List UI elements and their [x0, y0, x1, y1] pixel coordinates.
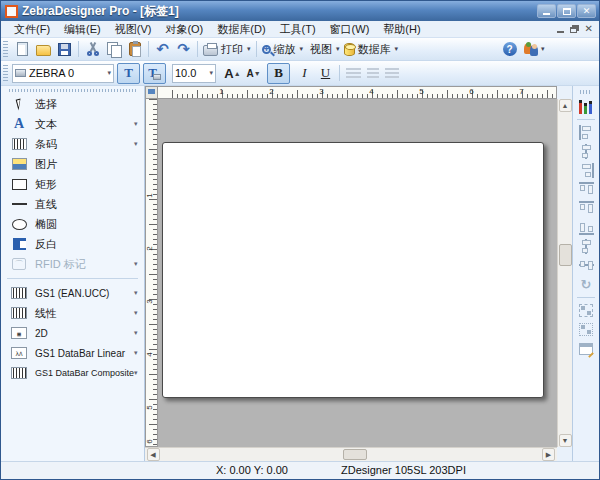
vertical-ruler-ticks	[146, 99, 157, 446]
truetype-fonts-toggle[interactable]: T	[143, 63, 166, 84]
font-size-select[interactable]: 10.0 ▾	[172, 64, 216, 83]
grow-arrow-icon: ▲	[234, 70, 241, 77]
linear-menu-arrow-icon[interactable]: ▾	[134, 309, 138, 317]
tool-barcode[interactable]: 条码 ▾	[1, 134, 144, 154]
toolbox-separator	[7, 278, 138, 279]
h-ruler-number: 5	[419, 87, 423, 96]
users-icon	[523, 42, 539, 56]
alignment-toolbar: ↻	[572, 86, 599, 461]
font-name-select[interactable]: ZEBRA 0 ▾	[12, 64, 114, 83]
grow-font-button[interactable]: A▲	[222, 64, 243, 83]
italic-button[interactable]: I	[294, 64, 315, 83]
align-center-button	[367, 68, 379, 79]
properties-button[interactable]	[576, 339, 596, 358]
mdi-minimize-button[interactable]	[557, 31, 564, 33]
ruler-origin-button[interactable]	[145, 86, 158, 99]
menu-help[interactable]: 帮助(H)	[376, 21, 427, 38]
cursor-icon	[11, 97, 27, 112]
paste-button[interactable]	[124, 40, 145, 59]
align-right-icon	[579, 164, 594, 177]
vertical-scrollbar[interactable]: ▲ ▼	[557, 99, 572, 447]
gs1-menu-arrow-icon[interactable]: ▾	[134, 289, 138, 297]
view-dropdown-icon: ▾	[336, 45, 340, 53]
zoom-button[interactable]: 缩放 ▾	[260, 40, 306, 59]
new-button[interactable]	[12, 40, 33, 59]
save-button[interactable]	[54, 40, 75, 59]
toolbar-overflow-icon[interactable]: ▾	[541, 45, 545, 53]
tool-ellipse[interactable]: 椭圆	[1, 214, 144, 234]
h-ruler-number: 6	[469, 87, 473, 96]
menu-edit[interactable]: 编辑(E)	[57, 21, 108, 38]
align-objects-bottom-button	[576, 218, 596, 237]
barcode-menu-arrow-icon[interactable]: ▾	[134, 140, 138, 148]
tool-text[interactable]: A 文本 ▾	[1, 114, 144, 134]
alignment-toolbar-grip[interactable]	[580, 90, 592, 94]
format-toolbar-grip[interactable]	[3, 65, 8, 82]
tool-rectangle[interactable]: 矩形	[1, 174, 144, 194]
minimize-button[interactable]	[537, 4, 556, 18]
tool-gs1-eanucc[interactable]: GS1 (EAN.UCC) ▾	[1, 283, 144, 303]
scroll-right-button[interactable]: ▶	[542, 448, 555, 461]
bold-button[interactable]: B	[267, 63, 290, 84]
text-menu-arrow-icon[interactable]: ▾	[134, 120, 138, 128]
barcode-icon	[11, 137, 27, 152]
close-button[interactable]: ✕	[577, 4, 596, 18]
database-button[interactable]: 数据库 ▾	[342, 40, 401, 59]
linear-barcode-icon	[11, 306, 27, 321]
copy-button[interactable]	[103, 40, 124, 59]
h-ruler-number: 1	[219, 87, 223, 96]
new-document-icon	[17, 42, 28, 56]
users-button[interactable]	[520, 40, 541, 59]
underline-button[interactable]: U	[315, 64, 336, 83]
print-button[interactable]: 打印 ▾	[201, 40, 253, 59]
scroll-left-button[interactable]: ◀	[147, 448, 160, 461]
tool-gs1-databar-composite[interactable]: GS1 DataBar Composite ▾	[1, 363, 144, 383]
size-dropdown-icon: ▾	[205, 69, 213, 77]
design-workarea[interactable]	[158, 99, 557, 447]
menu-database[interactable]: 数据库(D)	[210, 21, 272, 38]
menu-file[interactable]: 文件(F)	[7, 21, 57, 38]
menu-view[interactable]: 视图(V)	[108, 21, 159, 38]
shrink-font-button[interactable]: A▼	[243, 64, 264, 83]
database-icon	[344, 43, 355, 56]
menu-tools[interactable]: 工具(T)	[273, 21, 323, 38]
distribute-horizontal-button	[576, 237, 596, 256]
tool-picture[interactable]: 图片	[1, 154, 144, 174]
open-button[interactable]	[33, 40, 54, 59]
2d-menu-arrow-icon[interactable]: ▾	[134, 329, 138, 337]
tool-gs1-databar-linear[interactable]: λΛ GS1 DataBar Linear ▾	[1, 343, 144, 363]
help-button[interactable]: ?	[499, 40, 520, 59]
maximize-button[interactable]	[557, 4, 576, 18]
horizontal-scrollbar[interactable]: ◀ ▶	[145, 447, 557, 461]
rectangle-icon	[11, 177, 27, 192]
scroll-up-button[interactable]: ▲	[559, 99, 572, 112]
undo-button[interactable]: ↶	[152, 40, 173, 59]
label-canvas[interactable]	[162, 142, 544, 398]
menu-object[interactable]: 对象(O)	[158, 21, 210, 38]
cut-button[interactable]	[82, 40, 103, 59]
mdi-close-button[interactable]: ✕	[585, 24, 593, 34]
redo-button[interactable]: ↷	[173, 40, 194, 59]
copy-icon	[107, 42, 121, 56]
menu-window[interactable]: 窗口(W)	[323, 21, 377, 38]
tool-linear[interactable]: 线性 ▾	[1, 303, 144, 323]
align-top-icon	[580, 182, 593, 197]
tool-inverse[interactable]: 反白	[1, 234, 144, 254]
printer-fonts-toggle[interactable]: T	[117, 63, 140, 84]
distribute-vertical-icon	[580, 258, 593, 273]
tool-select[interactable]: 选择	[1, 94, 144, 114]
view-button[interactable]: 视图 ▾	[305, 40, 342, 59]
scroll-down-button[interactable]: ▼	[559, 434, 572, 447]
databar-linear-arrow-icon[interactable]: ▾	[134, 349, 138, 357]
toolbars-button[interactable]	[576, 97, 596, 116]
tool-line[interactable]: 直线	[1, 194, 144, 214]
align-center-icon	[579, 145, 594, 158]
vertical-scroll-thumb[interactable]	[559, 244, 572, 266]
open-folder-icon	[36, 45, 51, 56]
cut-icon	[87, 42, 99, 56]
databar-composite-arrow-icon[interactable]: ▾	[134, 369, 138, 377]
tool-2d[interactable]: ▦ 2D ▾	[1, 323, 144, 343]
toolbar-grip[interactable]	[3, 41, 8, 56]
mdi-restore-button[interactable]	[570, 27, 577, 33]
horizontal-scroll-thumb[interactable]	[343, 449, 367, 460]
